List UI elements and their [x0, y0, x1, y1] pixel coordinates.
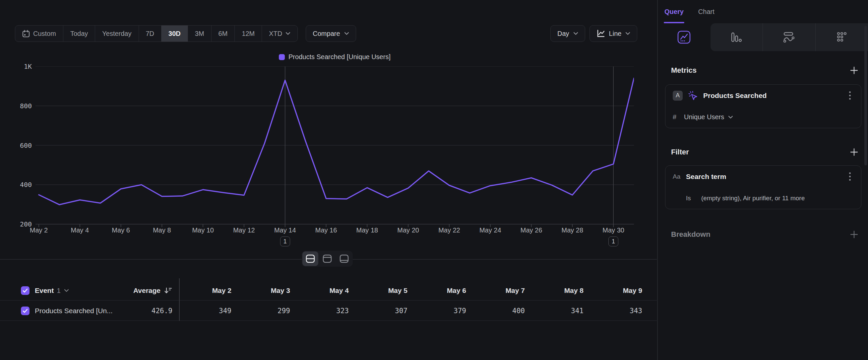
- date-column-headers: May 2May 3May 4May 5May 6May 7May 8May 9: [173, 281, 642, 301]
- more-charts-type-button[interactable]: [815, 23, 868, 51]
- x-axis-label: May 14: [274, 226, 296, 234]
- table-cell-value: 299: [231, 301, 290, 321]
- granularity-button[interactable]: Day: [550, 25, 585, 42]
- y-axis-label: 400: [20, 181, 32, 189]
- chevron-down-icon: [344, 32, 349, 35]
- granularity-label: Day: [557, 30, 569, 37]
- x-axis-label: May 8: [153, 226, 171, 234]
- calendar-icon: [22, 30, 30, 37]
- add-breakdown-icon[interactable]: [849, 230, 859, 239]
- table-cell-value: 343: [584, 301, 642, 321]
- table-cell-value: 349: [173, 301, 231, 321]
- line-chart: [35, 66, 634, 227]
- range-30d[interactable]: 30D: [161, 26, 188, 41]
- flow-chart-type-button[interactable]: [763, 23, 815, 51]
- flow-chart-icon: [783, 31, 795, 43]
- event-count: 1: [57, 286, 61, 295]
- row-checkbox[interactable]: [21, 307, 30, 315]
- table-col-header: May 9: [584, 281, 642, 301]
- bar-chart-type-button[interactable]: [711, 23, 763, 51]
- x-axis-label: May 12: [233, 226, 255, 234]
- x-axis-label: May 28: [562, 226, 584, 234]
- filter-title-row: Aa Search term: [665, 166, 861, 187]
- range-12m[interactable]: 12M: [235, 26, 262, 41]
- table-cell-value: 400: [466, 301, 525, 321]
- compare-button[interactable]: Compare: [306, 25, 356, 42]
- x-axis-label: May 26: [521, 226, 542, 234]
- annotation-badge[interactable]: 1: [609, 237, 618, 246]
- filter-menu-icon[interactable]: [846, 172, 854, 181]
- x-axis-labels: May 2May 4May 6May 8May 10May 12May 14Ma…: [35, 226, 634, 235]
- chart-type-button[interactable]: Line: [589, 25, 638, 42]
- filter-value[interactable]: (empty string), Air purifier, or 11 more: [701, 195, 805, 202]
- event-column-label[interactable]: Event: [35, 286, 54, 295]
- metric-menu-icon[interactable]: [846, 91, 854, 100]
- range-custom[interactable]: Custom: [15, 26, 63, 41]
- event-checkbox[interactable]: [21, 286, 30, 295]
- range-6m[interactable]: 6M: [212, 26, 235, 41]
- chevron-down-icon[interactable]: [728, 116, 733, 119]
- compare-label: Compare: [313, 30, 340, 37]
- range-7d[interactable]: 7D: [139, 26, 162, 41]
- annotation-badges: 11: [35, 237, 634, 247]
- sidebar-scrollbar[interactable]: [864, 26, 867, 165]
- chevron-down-icon: [573, 32, 578, 35]
- chart-view-button[interactable]: [319, 251, 335, 266]
- hash-icon: #: [673, 113, 684, 121]
- bar-chart-icon: [731, 32, 742, 43]
- filter-property-name: Search term: [686, 173, 846, 181]
- filter-card[interactable]: Aa Search term Is (empty string), Air pu…: [665, 165, 861, 209]
- chevron-down-icon: [285, 32, 290, 35]
- range-today[interactable]: Today: [63, 26, 95, 41]
- table-col-header: May 4: [290, 281, 349, 301]
- split-view-button[interactable]: [302, 251, 318, 266]
- sort-descending-icon[interactable]: [164, 286, 173, 295]
- average-cell: 426.9: [152, 301, 173, 321]
- line-chart-type-button[interactable]: [658, 23, 711, 51]
- breakdown-section-header: Breakdown: [658, 230, 868, 239]
- table-row-left: Products Searched [Un...: [21, 301, 174, 321]
- metrics-section-header: Metrics: [658, 66, 868, 75]
- annotation-badge[interactable]: 1: [280, 237, 290, 246]
- add-filter-icon[interactable]: [849, 147, 859, 157]
- table-col-header: May 2: [173, 281, 231, 301]
- table-cell-value: 323: [290, 301, 349, 321]
- table-col-header: May 8: [525, 281, 584, 301]
- x-axis-label: May 10: [192, 226, 214, 234]
- line-chart-icon: [596, 29, 605, 38]
- chevron-down-icon: [625, 32, 630, 35]
- metric-card[interactable]: A Products Searched # Unique Users: [665, 84, 861, 128]
- table-column-divider: [179, 278, 180, 321]
- range-xtd[interactable]: XTD: [262, 26, 298, 41]
- table-col-header: May 7: [466, 281, 525, 301]
- chart-view-icon: [322, 254, 332, 264]
- chart-line[interactable]: [39, 78, 634, 205]
- metric-name: Products Searched: [703, 92, 846, 100]
- chart-type-row: [658, 23, 868, 51]
- filter-title: Filter: [671, 148, 689, 157]
- range-yesterday[interactable]: Yesterday: [95, 26, 138, 41]
- x-axis-label: May 6: [112, 226, 130, 234]
- text-property-icon: Aa: [673, 173, 684, 180]
- sidebar-tabs: QueryChart: [658, 0, 868, 23]
- legend-swatch: [279, 54, 285, 60]
- metric-letter-badge: A: [673, 91, 683, 101]
- table-header: Event 1 Average May 2May 3May 4May 5May …: [0, 281, 657, 301]
- chevron-down-icon[interactable]: [64, 289, 69, 292]
- filter-operator[interactable]: Is: [686, 195, 701, 202]
- measure-label[interactable]: Unique Users: [684, 113, 724, 121]
- tab-chart[interactable]: Chart: [698, 0, 714, 23]
- line-chart-icon: [677, 30, 691, 44]
- series-name: Products Searched [Un...: [35, 307, 113, 315]
- range-3m[interactable]: 3M: [188, 26, 212, 41]
- y-axis-label: 800: [20, 102, 32, 110]
- add-metric-icon[interactable]: [849, 66, 859, 75]
- tab-query[interactable]: Query: [664, 0, 684, 23]
- breakdown-title: Breakdown: [671, 230, 711, 239]
- table-view-button[interactable]: [336, 251, 352, 266]
- filter-section-header: Filter: [658, 147, 868, 157]
- cursor-sparkle-icon: [688, 91, 698, 101]
- table-col-header: May 3: [231, 281, 290, 301]
- chart-type-label: Line: [609, 30, 622, 37]
- x-axis-label: May 24: [479, 226, 501, 234]
